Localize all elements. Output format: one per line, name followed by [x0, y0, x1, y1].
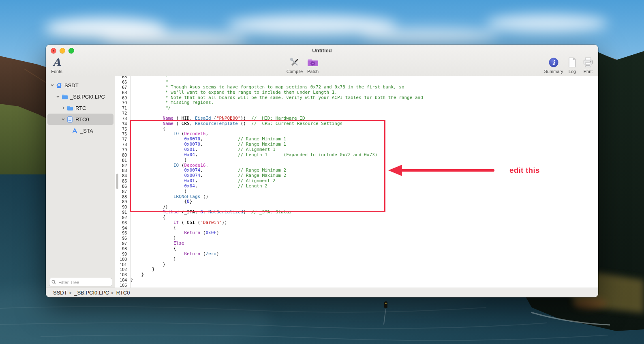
sidebar-item-label: RTC	[75, 105, 86, 111]
code-line[interactable]: 97 Else	[115, 241, 598, 246]
code-line[interactable]: 100 }	[115, 257, 598, 262]
fonts-label: Fonts	[47, 69, 67, 74]
folder-icon	[61, 94, 68, 99]
sidebar-item-label: RTC0	[75, 116, 89, 123]
line-number: 101	[115, 262, 130, 267]
code-line[interactable]: 71 */	[115, 105, 598, 111]
sidebar-item-sb-pci0-lpc[interactable]: _SB.PCI0.LPC	[46, 91, 115, 102]
line-number: 97	[115, 241, 130, 246]
line-number: 87	[115, 189, 130, 194]
line-number: 95	[115, 230, 130, 236]
line-number: 98	[115, 246, 130, 252]
tree-sidebar: SSDT _SB.PCI0.LPC RTC	[46, 76, 116, 288]
chevron-down-icon[interactable]	[61, 117, 65, 121]
print-button[interactable]: Print	[572, 56, 604, 74]
search-icon	[51, 280, 56, 284]
line-number: 66	[115, 80, 130, 85]
line-number: 82	[115, 163, 130, 168]
line-number: 96	[115, 236, 130, 241]
filter-tree-field[interactable]	[49, 278, 112, 286]
line-number: 94	[115, 226, 130, 231]
code-text: */	[131, 105, 171, 111]
patch-button[interactable]: Patch	[297, 56, 329, 74]
patch-label: Patch	[297, 69, 329, 74]
scrollbar-thumb[interactable]	[116, 174, 118, 189]
window-title: Untitled	[46, 47, 598, 54]
code-line[interactable]: 70 * missing regions.	[115, 100, 598, 105]
fonts-icon: A	[53, 57, 60, 68]
line-number: 67	[115, 85, 130, 90]
line-number: 77	[115, 137, 130, 142]
code-text: }	[131, 277, 133, 283]
breadcrumb: SSDT▸_SB.PCI0.LPC▸RTC0	[46, 288, 598, 297]
line-number: 78	[115, 142, 130, 147]
line-number: 83	[115, 168, 130, 173]
line-number: 81	[115, 158, 130, 163]
print-icon	[572, 56, 604, 68]
device-icon	[66, 116, 73, 123]
print-label: Print	[572, 69, 604, 74]
line-number: 103	[115, 272, 130, 277]
line-number: 71	[115, 105, 130, 111]
chevron-down-icon[interactable]	[50, 83, 54, 87]
line-number: 79	[115, 147, 130, 153]
sidebar-item-label: SSDT	[64, 82, 79, 88]
line-number: 102	[115, 267, 130, 272]
breadcrumb-item[interactable]: SSDT	[53, 290, 67, 296]
sidebar-item-ssdt[interactable]: SSDT	[46, 80, 115, 91]
code-line[interactable]: 102 }	[115, 267, 598, 272]
line-number: 70	[115, 100, 130, 105]
sidebar-item-rtc0[interactable]: RTC0	[47, 114, 113, 125]
line-number: 74	[115, 121, 130, 127]
line-number: 76	[115, 131, 130, 137]
chevron-down-icon[interactable]	[56, 95, 60, 99]
line-number: 89	[115, 199, 130, 204]
line-number: 73	[115, 116, 130, 121]
line-number: 105	[115, 283, 130, 288]
line-number: 100	[115, 257, 130, 262]
line-number: 69	[115, 95, 130, 101]
chevron-right-icon[interactable]	[61, 106, 65, 110]
line-number: 104	[115, 277, 130, 283]
fonts-button[interactable]: A Fonts	[47, 56, 67, 74]
code-line[interactable]: 105	[115, 283, 598, 288]
breadcrumb-separator-icon: ▸	[111, 290, 114, 295]
sidebar-item-label: _SB.PCI0.LPC	[70, 94, 105, 100]
patch-folder-icon	[297, 56, 329, 68]
code-line[interactable]: 99 Return (Zero)	[115, 252, 598, 257]
code-line[interactable]: 95 Return (0x0F)	[115, 230, 598, 236]
line-number: 80	[115, 153, 130, 158]
annotation-arrow-icon	[383, 163, 498, 178]
annotation-rectangle	[130, 120, 385, 212]
line-number: 65	[115, 76, 130, 80]
sidebar-item-rtc[interactable]: RTC	[46, 102, 115, 114]
line-number: 68	[115, 90, 130, 95]
line-number: 72	[115, 111, 130, 116]
line-number: 88	[115, 194, 130, 200]
breadcrumb-separator-icon: ▸	[70, 290, 72, 295]
breadcrumb-item[interactable]: _SB.PCI0.LPC	[74, 290, 109, 296]
code-line[interactable]: 93 If (_OSI ("Darwin"))	[115, 220, 598, 226]
window-toolbar: Untitled A Fonts Compile	[46, 45, 598, 77]
home-icon	[56, 82, 62, 88]
method-icon	[71, 128, 78, 134]
line-number: 93	[115, 220, 130, 226]
code-line[interactable]: 65 *	[115, 76, 598, 80]
sidebar-item-label: _STA	[80, 128, 93, 134]
code-line[interactable]: 104}	[115, 277, 598, 283]
line-number: 99	[115, 252, 130, 257]
code-line[interactable]: 101 }	[115, 262, 598, 267]
sidebar-item-sta[interactable]: _STA	[46, 125, 115, 136]
line-number: 92	[115, 215, 130, 220]
line-number: 90	[115, 204, 130, 210]
folder-icon	[66, 105, 73, 111]
code-line[interactable]: 103 }	[115, 272, 598, 277]
line-number: 75	[115, 127, 130, 132]
acpi-tree: SSDT _SB.PCI0.LPC RTC	[46, 76, 115, 136]
annotation-label: edit this	[509, 166, 540, 175]
filter-tree-input[interactable]	[58, 280, 110, 285]
line-number: 91	[115, 210, 130, 215]
breadcrumb-item[interactable]: RTC0	[116, 290, 130, 296]
code-line[interactable]: 96 }	[115, 236, 598, 241]
